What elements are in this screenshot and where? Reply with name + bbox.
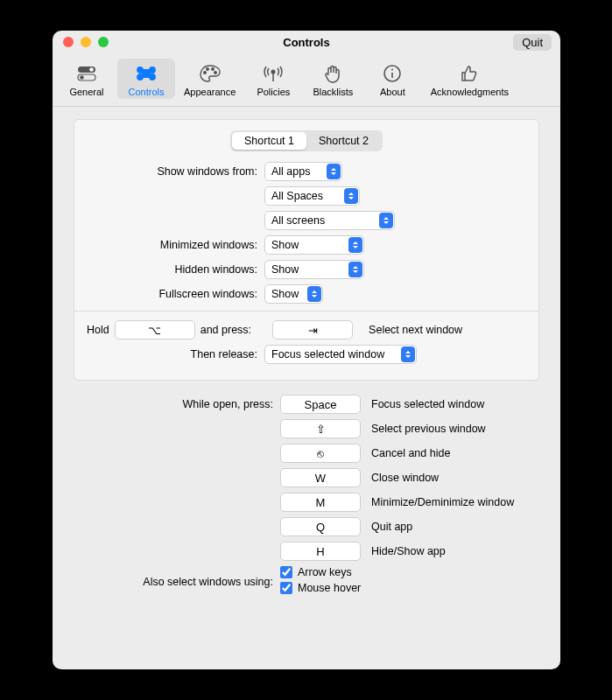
key-cancel[interactable]: ⎋ (280, 444, 361, 463)
preferences-window: Controls Quit General Controls Appearanc… (53, 31, 560, 669)
tab-general[interactable]: General (58, 59, 116, 99)
label-also-select: Also select windows using: (74, 576, 280, 588)
thumbs-up-icon (458, 62, 481, 85)
key-close[interactable]: W (280, 468, 361, 487)
close-window[interactable] (63, 37, 74, 47)
shortcut-segmented[interactable]: Shortcut 1 Shortcut 2 (230, 130, 383, 151)
label-hidden: Hidden windows: (87, 263, 264, 276)
desc-close: Close window (371, 472, 439, 484)
chevron-icon (327, 164, 341, 179)
seg-shortcut-1[interactable]: Shortcut 1 (232, 132, 306, 150)
toolbar: General Controls Appearance Policies Bla… (53, 53, 560, 107)
label-minimized: Minimized windows: (87, 239, 264, 251)
key-hide[interactable]: H (280, 542, 361, 561)
desc-quit: Quit app (371, 521, 412, 533)
zoom-window[interactable] (98, 37, 109, 47)
key-hold[interactable]: ⌥ (115, 320, 195, 340)
tab-policies[interactable]: Policies (244, 59, 302, 99)
select-then-release[interactable]: Focus selected window (264, 345, 417, 364)
key-prev[interactable]: ⇧ (280, 419, 361, 438)
desc-next: Select next window (369, 324, 462, 336)
desc-prev: Select previous window (371, 423, 486, 435)
select-minimized[interactable]: Show (264, 235, 364, 255)
info-icon (381, 62, 404, 85)
label-hold: Hold (87, 324, 109, 336)
label-fullscreen: Fullscreen windows: (87, 288, 264, 300)
hand-icon (321, 62, 344, 85)
desc-hide: Hide/Show app (371, 545, 446, 557)
window-title: Controls (53, 36, 560, 49)
tab-controls[interactable]: Controls (117, 59, 175, 99)
label-and-press: and press: (200, 324, 251, 336)
key-min[interactable]: M (280, 493, 361, 512)
palette-icon (199, 62, 222, 85)
desc-min: Minimize/Deminimize window (371, 496, 514, 508)
traffic-lights (53, 37, 109, 47)
minimize-window[interactable] (81, 37, 91, 47)
desc-cancel: Cancel and hide (371, 447, 450, 459)
tab-acknowledgments[interactable]: Acknowledgments (423, 59, 516, 99)
titlebar: Controls Quit (53, 31, 560, 53)
svg-point-3 (80, 75, 84, 80)
command-icon (135, 62, 158, 85)
chevron-icon (348, 237, 362, 253)
select-hidden[interactable]: Show (264, 260, 364, 279)
tab-about[interactable]: About (363, 59, 421, 99)
svg-point-6 (211, 68, 214, 71)
select-fullscreen[interactable]: Show (264, 284, 323, 304)
chevron-icon (344, 188, 358, 204)
svg-point-5 (206, 68, 208, 71)
svg-point-7 (214, 72, 216, 74)
quit-button[interactable]: Quit (513, 34, 552, 51)
label-show-from: Show windows from: (87, 165, 264, 178)
svg-point-12 (391, 69, 393, 71)
select-apps[interactable]: All apps (264, 162, 342, 181)
select-spaces[interactable]: All Spaces (264, 186, 360, 206)
chevron-icon (348, 262, 362, 277)
tab-blacklists[interactable]: Blacklists (304, 59, 362, 99)
svg-point-4 (203, 72, 206, 74)
chevron-icon (307, 286, 321, 302)
chevron-icon (401, 346, 415, 362)
label-while-open: While open, press: (74, 398, 280, 410)
desc-focus: Focus selected window (371, 398, 484, 410)
label-then-release: Then release: (87, 348, 264, 360)
check-arrow-keys[interactable]: Arrow keys (280, 566, 361, 578)
chevron-icon (379, 213, 393, 228)
shortcut-panel: Shortcut 1 Shortcut 2 Show windows from:… (74, 119, 539, 381)
key-quit[interactable]: Q (280, 517, 361, 536)
toggles-icon (75, 62, 98, 85)
key-space[interactable]: Space (280, 395, 361, 414)
svg-point-8 (272, 70, 276, 74)
antenna-icon (262, 62, 285, 85)
tab-appearance[interactable]: Appearance (177, 59, 243, 99)
select-screens[interactable]: All screens (264, 211, 395, 230)
key-press[interactable]: ⇥ (272, 320, 353, 340)
seg-shortcut-2[interactable]: Shortcut 2 (306, 132, 381, 150)
check-mouse-hover[interactable]: Mouse hover (280, 582, 361, 594)
svg-point-1 (89, 67, 94, 72)
